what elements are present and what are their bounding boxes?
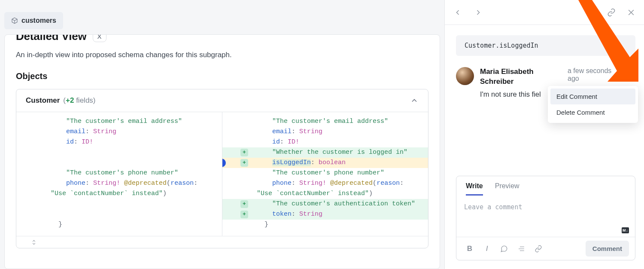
diff-after-column: "The customer's email address" email: St… — [222, 112, 428, 236]
diff-card-header[interactable]: Customer (+2 fields) — [16, 89, 428, 112]
link-icon[interactable] — [607, 8, 616, 17]
comment-placeholder: Leave a comment — [464, 203, 522, 211]
bold-icon[interactable]: B — [466, 245, 474, 253]
tab-preview[interactable]: Preview — [495, 182, 519, 196]
tab-write[interactable]: Write — [466, 182, 483, 196]
highlighted-diff-line[interactable]: 1 + isLoggedIn: boolean — [222, 158, 428, 168]
comment-menu-dropdown: Edit Comment Delete Comment — [548, 86, 638, 123]
comment: Maria Elisabeth Schreiber a few seconds … — [456, 67, 635, 98]
comment-bubble-icon[interactable] — [500, 245, 508, 253]
nav-forward-button[interactable] — [474, 8, 483, 17]
comment-menu-button[interactable] — [623, 67, 635, 77]
comment-time: a few seconds ago — [568, 67, 619, 83]
comment-author: Maria Elisabeth Schreiber — [480, 67, 563, 87]
expand-diff-button[interactable] — [16, 236, 428, 248]
diff-before-column: "The customer's email address" email: St… — [16, 112, 222, 236]
tab-label: customers — [21, 17, 56, 24]
context-chip: Customer.isLoggedIn — [456, 35, 635, 56]
page-title: Detailed View — [16, 34, 87, 43]
code-icon[interactable] — [587, 8, 596, 17]
objects-heading: Objects — [16, 71, 428, 81]
comment-composer: Write Preview Leave a comment M↓ B I Co — [456, 176, 635, 260]
field-count: (+2 fields) — [63, 96, 95, 105]
submit-comment-button[interactable]: Comment — [586, 241, 629, 257]
list-icon[interactable] — [517, 245, 525, 253]
diff-card: Customer (+2 fields) "The customer's ema… — [16, 89, 428, 248]
page-badge: X — [93, 34, 106, 42]
toolbar-link-icon[interactable] — [535, 245, 542, 253]
avatar — [456, 67, 474, 85]
subgraph-tab[interactable]: customers — [4, 12, 63, 29]
italic-icon[interactable]: I — [483, 245, 491, 253]
edit-comment-item[interactable]: Edit Comment — [550, 89, 635, 104]
nav-back-button[interactable] — [453, 8, 462, 17]
expand-vertical-icon — [31, 239, 37, 245]
page-subtitle: An in-depth view into proposed schema ch… — [16, 51, 428, 59]
delete-comment-item[interactable]: Delete Comment — [550, 104, 635, 120]
type-name: Customer — [26, 96, 60, 105]
comment-textarea[interactable]: Leave a comment M↓ — [456, 196, 635, 237]
close-icon[interactable] — [627, 8, 635, 17]
package-icon — [11, 17, 18, 24]
chevron-up-icon[interactable] — [410, 96, 419, 105]
markdown-icon: M↓ — [622, 227, 629, 233]
